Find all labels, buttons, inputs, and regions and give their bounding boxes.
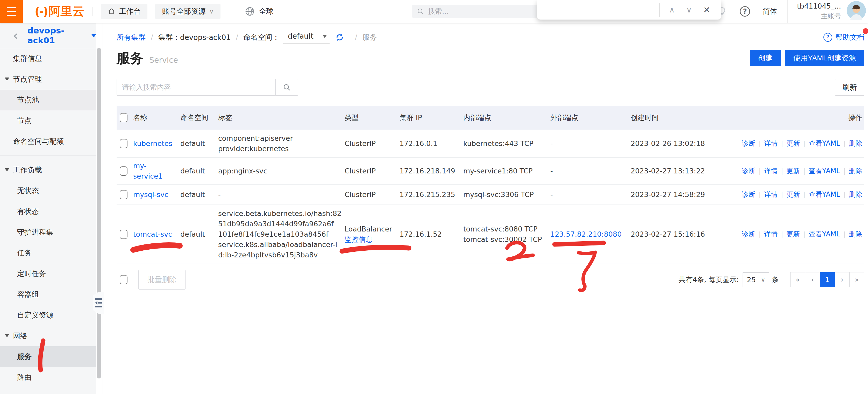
service-name-cell: tomcat-svc xyxy=(133,229,180,240)
action-view-yaml[interactable]: 查看YAML xyxy=(809,140,840,147)
alicloud-logo[interactable]: (-) 阿里云 xyxy=(35,3,84,20)
namespace-refresh-icon[interactable] xyxy=(335,32,345,42)
next-page-button[interactable]: › xyxy=(835,272,849,287)
action-diagnose[interactable]: 诊断 xyxy=(742,167,755,175)
sidebar-item-namespace-quota[interactable]: 命名空间与配额 xyxy=(0,131,96,152)
namespace-select[interactable]: default xyxy=(283,31,330,43)
avatar[interactable] xyxy=(847,1,866,22)
table-search-input[interactable]: 请输入搜索内容 xyxy=(117,79,276,96)
action-details[interactable]: 详情 xyxy=(764,167,778,175)
select-all-checkbox[interactable] xyxy=(120,113,127,122)
sidebar-item-node-pool[interactable]: 节点池 xyxy=(0,90,96,111)
find-next-icon[interactable]: ∨ xyxy=(680,5,698,14)
cluster-switcher[interactable]: devops-ack01 xyxy=(28,26,96,46)
language-selector[interactable]: 简体 xyxy=(763,6,777,16)
service-name-link[interactable]: tomcat-svc xyxy=(133,230,172,238)
sidebar-item-node-management[interactable]: 节点管理 xyxy=(0,69,96,90)
sidebar-item-pods[interactable]: 容器组 xyxy=(0,284,96,305)
action-view-yaml[interactable]: 查看YAML xyxy=(809,190,840,198)
sidebar-collapse-handle[interactable] xyxy=(93,292,104,314)
action-details[interactable]: 详情 xyxy=(764,190,778,198)
batch-delete-button[interactable]: 批量删除 xyxy=(138,270,186,290)
account-resources-dropdown[interactable]: 账号全部资源 ∨ xyxy=(155,4,220,19)
action-update[interactable]: 更新 xyxy=(786,167,800,175)
create-yaml-button[interactable]: 使用YAML创建资源 xyxy=(785,50,864,66)
page-number-button[interactable]: 1 xyxy=(820,272,835,287)
sidebar-item-daemonset[interactable]: 守护进程集 xyxy=(0,222,96,243)
sidebar-scrollbar[interactable] xyxy=(97,48,101,378)
action-diagnose[interactable]: 诊断 xyxy=(742,190,755,198)
sidebar-item-routes[interactable]: 路由 xyxy=(0,367,96,388)
action-separator: | xyxy=(781,140,783,147)
service-name-link[interactable]: kubernetes xyxy=(133,140,172,148)
action-details[interactable]: 详情 xyxy=(764,140,778,147)
sidebar-item-jobs[interactable]: 任务 xyxy=(0,243,96,263)
workbench-button[interactable]: 工作台 xyxy=(101,4,148,19)
service-name-cell: my-service1 xyxy=(133,161,180,181)
total-count-label: 共有4条, 每页显示: xyxy=(679,275,739,284)
table-row: my-service1defaultapp:nginx-svcClusterIP… xyxy=(117,158,864,185)
sidebar-item-cronjobs[interactable]: 定时任务 xyxy=(0,263,96,284)
column-header: 类型 xyxy=(345,113,400,122)
action-update[interactable]: 更新 xyxy=(786,140,800,147)
row-checkbox[interactable] xyxy=(120,139,127,148)
breadcrumb-all-clusters[interactable]: 所有集群 xyxy=(117,32,146,42)
create-button[interactable]: 创建 xyxy=(750,50,781,66)
sidebar-item-label: 节点管理 xyxy=(13,74,42,84)
prev-page-button[interactable]: ‹ xyxy=(805,272,820,287)
action-delete[interactable]: 删除 xyxy=(849,230,862,238)
sidebar-item-nodes[interactable]: 节点 xyxy=(0,111,96,131)
refresh-button[interactable]: 刷新 xyxy=(835,79,864,96)
sidebar-item-services[interactable]: 服务 xyxy=(0,346,96,367)
label-line: provider:kubernetes xyxy=(218,144,338,154)
action-separator: | xyxy=(759,168,761,175)
find-previous-icon[interactable]: ∧ xyxy=(663,5,680,14)
labels-cell: component:apiserverprovider:kubernetes xyxy=(218,133,345,154)
action-delete[interactable]: 删除 xyxy=(849,190,862,198)
action-view-yaml[interactable]: 查看YAML xyxy=(809,230,840,238)
sidebar-item-stateful[interactable]: 有状态 xyxy=(0,201,96,222)
footer-checkbox[interactable] xyxy=(120,275,127,284)
service-type: ClusterIP xyxy=(345,189,393,200)
action-delete[interactable]: 删除 xyxy=(849,140,862,147)
column-header: 创建时间 xyxy=(631,113,740,122)
action-update[interactable]: 更新 xyxy=(786,230,800,238)
service-name-link[interactable]: mysql-svc xyxy=(133,190,168,199)
action-diagnose[interactable]: 诊断 xyxy=(742,140,755,147)
region-selector[interactable]: 全球 xyxy=(244,6,273,17)
find-close-icon[interactable]: ✕ xyxy=(698,5,716,15)
action-separator: | xyxy=(759,140,761,147)
row-actions-cell: 诊断|详情|更新|查看YAML|删除 xyxy=(740,138,864,149)
user-account-menu[interactable]: tb411045_... 主账号 xyxy=(797,2,841,21)
action-update[interactable]: 更新 xyxy=(786,190,800,198)
row-checkbox[interactable] xyxy=(120,230,127,239)
monitor-info-link[interactable]: 监控信息 xyxy=(345,235,373,243)
sidebar-item-workloads[interactable]: 工作负载 xyxy=(0,160,96,180)
help-docs-link[interactable]: ? 帮助文档 xyxy=(824,32,864,42)
row-checkbox[interactable] xyxy=(120,190,127,199)
sidebar-item-stateless[interactable]: 无状态 xyxy=(0,180,96,201)
back-arrow-icon[interactable]: ‹ xyxy=(13,30,18,41)
help-icon[interactable]: ? xyxy=(740,6,750,17)
external-endpoint-cell: - xyxy=(550,189,631,200)
row-checkbox[interactable] xyxy=(120,166,127,176)
find-in-page-dialog: ∧ ∨ ✕ xyxy=(537,0,721,20)
sidebar-item-cluster-info[interactable]: 集群信息 xyxy=(0,48,96,69)
external-endpoint-link[interactable]: 123.57.82.210:8080 xyxy=(550,230,622,238)
last-page-button[interactable]: » xyxy=(849,272,864,287)
action-delete[interactable]: 删除 xyxy=(849,167,862,175)
action-details[interactable]: 详情 xyxy=(764,230,778,238)
sidebar-item-label: 守护进程集 xyxy=(17,227,53,237)
page-size-select[interactable]: 25 ∨ xyxy=(743,272,769,287)
find-input[interactable] xyxy=(537,0,659,20)
service-name-link[interactable]: my-service1 xyxy=(133,162,163,180)
action-view-yaml[interactable]: 查看YAML xyxy=(809,167,840,175)
first-page-button[interactable]: « xyxy=(790,272,805,287)
internal-endpoint-line: mysql-svc:3306 TCP xyxy=(463,189,544,200)
hamburger-menu-icon[interactable] xyxy=(0,0,23,23)
table-search-button[interactable] xyxy=(275,79,298,96)
sidebar-item-label: 节点池 xyxy=(17,95,39,105)
action-diagnose[interactable]: 诊断 xyxy=(742,230,755,238)
sidebar-item-network[interactable]: 网络 xyxy=(0,326,96,346)
sidebar-item-custom-resources[interactable]: 自定义资源 xyxy=(0,305,96,326)
